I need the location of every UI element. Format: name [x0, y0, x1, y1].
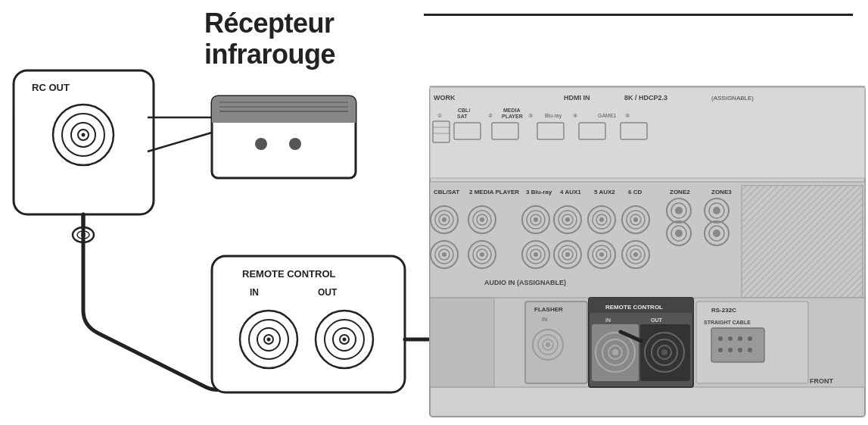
- svg-text:PLAYER: PLAYER: [502, 114, 523, 119]
- svg-rect-57: [492, 123, 518, 139]
- svg-point-3: [62, 114, 104, 156]
- svg-point-30: [257, 328, 280, 351]
- svg-text:(ASSIGNABLE): (ASSIGNABLE): [711, 95, 754, 102]
- svg-rect-161: [696, 302, 808, 383]
- svg-rect-38: [430, 87, 865, 417]
- recepteur-label: Récepteur infrarouge: [204, 8, 335, 70]
- svg-point-37: [343, 338, 347, 342]
- svg-point-113: [468, 241, 496, 268]
- svg-text:GAME1: GAME1: [598, 113, 617, 118]
- svg-point-129: [622, 241, 649, 268]
- svg-point-128: [599, 252, 604, 257]
- svg-point-111: [439, 249, 450, 260]
- svg-text:IN: IN: [542, 317, 547, 322]
- svg-point-15: [73, 227, 94, 242]
- svg-point-155: [612, 349, 618, 355]
- svg-point-114: [473, 245, 491, 264]
- svg-point-28: [240, 311, 297, 368]
- svg-rect-64: [430, 182, 865, 299]
- svg-rect-135: [742, 186, 863, 298]
- svg-point-119: [530, 249, 541, 260]
- svg-point-160: [661, 349, 667, 355]
- svg-point-20: [237, 380, 242, 384]
- svg-point-118: [527, 245, 545, 264]
- svg-point-79: [477, 214, 487, 225]
- svg-point-99: [675, 207, 683, 214]
- svg-point-32: [267, 338, 271, 342]
- svg-point-78: [473, 211, 491, 229]
- svg-point-172: [748, 348, 752, 352]
- svg-rect-8: [212, 96, 356, 123]
- svg-point-90: [593, 211, 611, 229]
- svg-text:HDMI IN: HDMI IN: [564, 94, 590, 102]
- svg-point-165: [718, 336, 723, 341]
- svg-point-123: [562, 249, 573, 260]
- svg-text:ZONE2: ZONE2: [670, 189, 690, 195]
- svg-point-35: [333, 328, 356, 351]
- svg-rect-58: [537, 123, 564, 139]
- svg-point-110: [435, 245, 453, 264]
- svg-point-82: [527, 211, 545, 229]
- svg-rect-61: [433, 121, 450, 142]
- svg-text:AUDIO IN (ASSIGNABLE): AUDIO IN (ASSIGNABLE): [484, 279, 566, 286]
- svg-point-34: [325, 320, 364, 359]
- svg-point-85: [554, 206, 581, 233]
- svg-text:6 CD: 6 CD: [628, 189, 642, 195]
- svg-point-2: [53, 105, 114, 165]
- svg-point-98: [671, 203, 686, 218]
- svg-rect-174: [430, 298, 494, 387]
- svg-point-121: [554, 241, 581, 268]
- svg-point-74: [435, 211, 453, 229]
- svg-point-104: [709, 203, 724, 218]
- svg-point-152: [596, 333, 635, 372]
- svg-point-77: [468, 206, 496, 233]
- svg-point-36: [340, 335, 349, 344]
- svg-point-144: [546, 342, 550, 347]
- title-bar: [424, 14, 853, 16]
- svg-text:SAT: SAT: [457, 114, 468, 119]
- svg-text:3 Blu-ray: 3 Blu-ray: [526, 189, 552, 195]
- svg-point-115: [477, 249, 487, 260]
- svg-text:8K / HDCP2.3: 8K / HDCP2.3: [624, 94, 667, 102]
- diagram-svg: RC OUT RE: [0, 0, 868, 425]
- svg-text:5 AUX2: 5 AUX2: [594, 189, 615, 195]
- svg-point-132: [633, 252, 638, 257]
- svg-text:WORK: WORK: [434, 94, 456, 102]
- svg-point-88: [565, 217, 570, 222]
- svg-rect-56: [454, 123, 481, 139]
- svg-point-120: [534, 252, 538, 257]
- svg-point-124: [565, 252, 570, 257]
- svg-text:CBL/: CBL/: [458, 108, 470, 113]
- svg-text:ZONE3: ZONE3: [711, 189, 732, 195]
- svg-rect-0: [14, 70, 154, 214]
- svg-point-131: [630, 249, 641, 260]
- svg-point-97: [667, 198, 691, 223]
- svg-point-80: [480, 217, 484, 222]
- svg-rect-24: [212, 256, 405, 392]
- svg-point-76: [442, 217, 446, 222]
- svg-point-102: [675, 230, 683, 237]
- svg-point-101: [671, 226, 686, 241]
- svg-rect-7: [212, 96, 356, 178]
- svg-point-81: [522, 206, 549, 233]
- svg-point-106: [705, 221, 729, 245]
- svg-rect-138: [525, 302, 587, 383]
- svg-point-157: [645, 333, 684, 372]
- svg-point-6: [82, 133, 86, 137]
- svg-rect-156: [640, 324, 690, 381]
- svg-rect-60: [621, 123, 647, 139]
- svg-text:④: ④: [573, 113, 577, 118]
- svg-point-4: [71, 123, 95, 147]
- svg-text:RS-232C: RS-232C: [711, 307, 736, 314]
- svg-text:CBL/SAT: CBL/SAT: [434, 189, 459, 195]
- svg-point-171: [738, 348, 742, 352]
- svg-rect-137: [430, 298, 865, 387]
- svg-text:①: ①: [437, 113, 442, 118]
- svg-text:STRAIGHT CABLE: STRAIGHT CABLE: [704, 320, 751, 325]
- svg-point-105: [713, 207, 720, 214]
- svg-point-154: [608, 345, 622, 359]
- svg-rect-9: [212, 112, 356, 123]
- svg-point-112: [442, 252, 446, 257]
- svg-point-170: [728, 348, 733, 352]
- svg-point-166: [728, 336, 733, 341]
